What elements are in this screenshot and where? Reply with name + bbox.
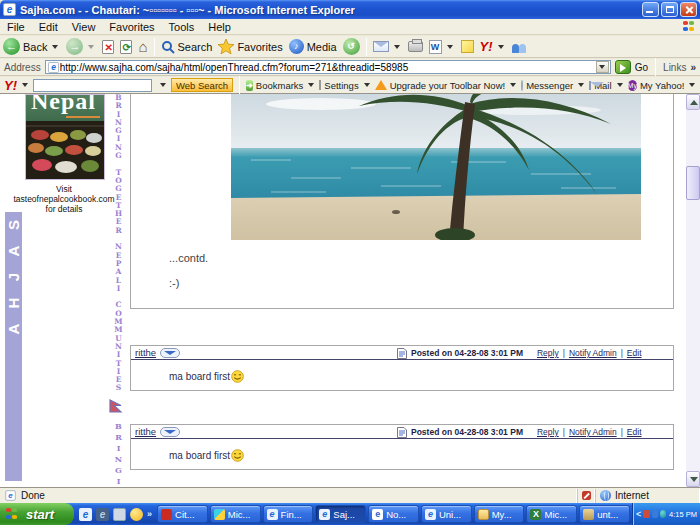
- reply-header: ritthe Posted on 04-28-08 3:01 PM Reply …: [131, 425, 673, 439]
- address-dropdown-button[interactable]: [596, 61, 609, 73]
- author-link[interactable]: ritthe: [135, 426, 156, 437]
- reply-header: ritthe Posted on 04-28-08 3:01 PM Reply …: [131, 346, 673, 360]
- media-button[interactable]: ♪ Media: [286, 37, 340, 57]
- notes-button[interactable]: [458, 37, 477, 57]
- edit-link[interactable]: Edit: [627, 427, 642, 437]
- menu-help[interactable]: Help: [201, 20, 238, 34]
- messenger-buddies-button[interactable]: [509, 37, 531, 57]
- tray-shield-icon[interactable]: [652, 510, 658, 518]
- yahoo-logo-caret-icon[interactable]: [22, 83, 28, 87]
- edit-link[interactable]: Edit: [627, 348, 642, 358]
- notify-admin-link[interactable]: Notify Admin: [569, 427, 617, 437]
- menu-favorites[interactable]: Favorites: [102, 20, 161, 34]
- zone-label: Internet: [615, 490, 649, 501]
- taskbar-window-button[interactable]: Mic...: [210, 505, 261, 523]
- taskbar-window-button[interactable]: XMic...: [526, 505, 577, 523]
- ie-page-icon: e: [3, 3, 16, 16]
- tray-collapse-chevron[interactable]: <: [636, 509, 641, 519]
- web-search-button[interactable]: Web Search: [171, 78, 233, 92]
- post-body-1: ...contd. :-): [130, 94, 674, 309]
- forward-caret-icon[interactable]: [88, 45, 94, 49]
- reply-link[interactable]: Reply: [537, 348, 559, 358]
- mail-button[interactable]: [370, 37, 405, 57]
- mail-caret-icon[interactable]: [394, 45, 400, 49]
- word-caret-icon[interactable]: [447, 45, 453, 49]
- scroll-up-button[interactable]: [686, 94, 700, 110]
- messenger-label[interactable]: Messenger: [526, 80, 573, 91]
- favorites-button[interactable]: Favorites: [215, 37, 285, 57]
- my-yahoo-caret-icon[interactable]: [689, 83, 695, 87]
- scroll-down-button[interactable]: [686, 471, 700, 487]
- taskbar-window-button[interactable]: Cit...: [157, 505, 208, 523]
- scrollbar-thumb[interactable]: [686, 166, 700, 200]
- back-button[interactable]: ← Back: [0, 37, 63, 57]
- restore-button[interactable]: [661, 2, 678, 17]
- reply-text: ma board first: [169, 371, 230, 382]
- author-link[interactable]: ritthe: [135, 347, 156, 358]
- bookmarks-caret-icon[interactable]: [308, 83, 314, 87]
- taskbar-window-button[interactable]: eNo...: [368, 505, 419, 523]
- start-button[interactable]: start: [0, 503, 74, 525]
- edit-word-button[interactable]: W: [426, 37, 458, 57]
- taskbar-window-button[interactable]: unt...: [579, 505, 630, 523]
- posted-timestamp: Posted on 04-28-08 3:01 PM: [411, 427, 523, 437]
- back-caret-icon[interactable]: [52, 45, 58, 49]
- reply-body: ma board first: [131, 439, 673, 462]
- yahoo-logo[interactable]: Y!: [4, 78, 17, 93]
- taskbar-window-button[interactable]: eFin...: [263, 505, 314, 523]
- pm-icon[interactable]: [160, 427, 180, 437]
- taskbar-window-button[interactable]: eUni...: [421, 505, 472, 523]
- upgrade-label[interactable]: Upgrade your Toolbar Now!: [390, 80, 505, 91]
- links-more-chevron[interactable]: »: [690, 62, 696, 73]
- close-button[interactable]: [680, 2, 697, 17]
- stop-button[interactable]: ✕: [99, 37, 117, 57]
- menu-view[interactable]: View: [65, 20, 103, 34]
- bookmarks-label[interactable]: Bookmarks: [256, 80, 304, 91]
- go-label[interactable]: Go: [635, 62, 648, 73]
- status-text: Done: [21, 490, 45, 501]
- cookbook-ad-image[interactable]: Nepal: [25, 94, 105, 180]
- menu-tools[interactable]: Tools: [162, 20, 202, 34]
- windows-logo-icon: [680, 19, 698, 34]
- go-button[interactable]: [615, 60, 631, 74]
- cookbook-caption-line2: for details: [8, 204, 120, 214]
- menu-file[interactable]: File: [0, 20, 32, 34]
- menu-edit[interactable]: Edit: [32, 20, 65, 34]
- search-button[interactable]: Search: [158, 37, 216, 57]
- status-alert-icon[interactable]: [582, 491, 591, 500]
- yahoo-mail-caret-icon[interactable]: [617, 83, 623, 87]
- yahoo-search-caret-icon[interactable]: [160, 83, 166, 87]
- quick-show-desktop-icon[interactable]: [113, 508, 126, 521]
- vertical-scrollbar[interactable]: [686, 94, 700, 487]
- cookbook-caption-line1: Visit tasteofnepalcookbook.com: [8, 184, 120, 204]
- taskbar-window-button-active[interactable]: eSaj...: [315, 505, 366, 523]
- tray-network-alert-icon[interactable]: [643, 510, 649, 518]
- pm-icon[interactable]: [160, 348, 180, 358]
- word-icon: W: [429, 40, 442, 54]
- settings-caret-icon[interactable]: [364, 83, 370, 87]
- taskbar-window-button[interactable]: My...: [474, 505, 525, 523]
- quick-ie-icon[interactable]: e: [79, 508, 92, 521]
- tray-volume-icon[interactable]: [660, 510, 666, 518]
- my-yahoo-label[interactable]: My Yahoo!: [640, 80, 685, 91]
- yahoo-button[interactable]: Y!: [477, 37, 509, 57]
- settings-label[interactable]: Settings: [324, 80, 358, 91]
- refresh-button[interactable]: ⟳: [117, 37, 135, 57]
- yahoo-caret-icon[interactable]: [498, 45, 504, 49]
- minimize-button[interactable]: [642, 2, 659, 17]
- quick-messenger-smiley-icon[interactable]: [130, 508, 143, 521]
- notify-admin-link[interactable]: Notify Admin: [569, 348, 617, 358]
- yahoo-search-input[interactable]: [33, 79, 152, 92]
- history-button[interactable]: ↺: [340, 37, 363, 57]
- links-label[interactable]: Links: [663, 62, 686, 73]
- quick-browser-icon[interactable]: e: [96, 508, 109, 521]
- address-input[interactable]: [60, 61, 596, 73]
- sajha-letter: J: [1, 269, 27, 286]
- reply-link[interactable]: Reply: [537, 427, 559, 437]
- upgrade-caret-icon[interactable]: [510, 83, 516, 87]
- forward-button[interactable]: →: [63, 37, 99, 57]
- home-button[interactable]: ⌂: [135, 37, 150, 57]
- print-button[interactable]: [405, 37, 426, 57]
- messenger-caret-icon[interactable]: [578, 83, 584, 87]
- quick-launch-more-chevron[interactable]: »: [147, 509, 152, 519]
